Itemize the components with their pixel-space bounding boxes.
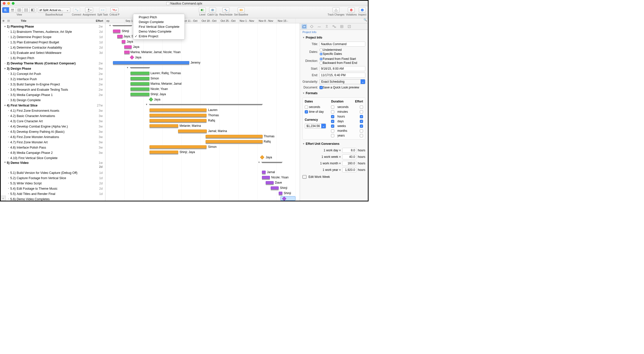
gantt-panel[interactable]: ▼ShinjiJaya; ShinjiJayaJayaMarina; Melan… <box>105 23 300 201</box>
effort-minutes-checkbox[interactable] <box>360 110 363 113</box>
dropdown-item[interactable]: First Vertical Slice Complete <box>133 24 185 29</box>
outline-row[interactable]: •4.1)First Zone Environment Assets3w <box>1 108 105 113</box>
outline-row[interactable]: •5.3)Write Video Script2d <box>1 181 105 186</box>
gantt-task-bar[interactable] <box>206 140 263 143</box>
set-baseline-button[interactable] <box>238 7 245 13</box>
outline-row[interactable]: •3.5)Media Campaign Phase 12w <box>1 92 105 97</box>
baseline-actual-select[interactable]: ⇄Split: Actual vs...⌄ <box>38 7 70 13</box>
direction-backward-radio[interactable]: Backward from Fixed End <box>319 61 357 65</box>
dates-seconds-checkbox[interactable]: seconds <box>305 105 326 109</box>
project-info-header[interactable]: ▼Project Info <box>300 34 368 41</box>
outline-row[interactable]: •5.4)Edit Footage to Theme Music2d <box>1 186 105 191</box>
timeline-week-header[interactable]: Nov 8 - Nov <box>258 18 277 23</box>
work-month-field[interactable] <box>342 161 356 166</box>
timeline-week-header[interactable]: Nov 1 - Nov <box>239 18 258 23</box>
reschedule-button[interactable] <box>222 7 229 13</box>
dropdown-item[interactable]: Project Pitch <box>133 15 185 20</box>
outline-row[interactable]: •5.2)Capture Footage from Vertical Slice… <box>1 175 105 181</box>
gantt-task-bar[interactable] <box>149 124 178 127</box>
outline-row[interactable]: •3.6)Design Complete <box>1 97 105 103</box>
outline-row[interactable]: •4.10)First Vertical Slice Complete <box>1 155 105 161</box>
gantt-milestone[interactable] <box>130 55 134 60</box>
effort-seconds-checkbox[interactable] <box>360 105 363 109</box>
critical-path-dropdown[interactable]: Project PitchDesign CompleteFirst Vertic… <box>133 14 185 40</box>
currency-select[interactable]: $1,234.56⌄ <box>305 124 326 129</box>
dropdown-item[interactable]: Demo Video Complete <box>133 29 185 34</box>
gantt-task-bar[interactable] <box>262 171 266 174</box>
gantt-task-bar[interactable] <box>279 192 282 195</box>
level-button[interactable] <box>199 7 206 13</box>
gantt-task-bar[interactable] <box>206 135 263 138</box>
duration-days-checkbox[interactable] <box>331 120 334 123</box>
outline-row[interactable]: •4.4)Develop Combat Engine (Alpha Ver.)3… <box>1 124 105 129</box>
critical-path-button[interactable]: ▾ <box>110 7 118 13</box>
zoom-window-icon[interactable] <box>12 2 15 5</box>
granularity-select[interactable]: Exact Scheduling⌄ <box>319 79 365 84</box>
minimize-window-icon[interactable] <box>7 2 10 5</box>
direction-forward-radio[interactable]: Forward from Fixed Start <box>319 57 357 61</box>
view-gantt-button[interactable] <box>2 7 9 13</box>
gantt-task-bar[interactable] <box>124 45 132 48</box>
effort-column-header[interactable]: Effort <box>91 19 105 22</box>
outline-panel[interactable]: ▼1)Planning Phase2w•1.1)Brainstorm Theme… <box>1 23 105 201</box>
gantt-task-bar[interactable] <box>113 61 189 64</box>
add-row-button[interactable]: + <box>1 196 6 201</box>
outline-row[interactable]: •1.6)Project Pitch <box>1 55 105 61</box>
timeline-week-header[interactable]: Oct 25 - Oct <box>220 18 239 23</box>
effort-conversions-header[interactable]: ▼Effort Unit Conversions <box>300 141 368 147</box>
gantt-summary-bar[interactable] <box>130 67 149 68</box>
gantt-task-bar[interactable] <box>122 40 125 43</box>
duration-seconds-checkbox[interactable] <box>331 105 334 109</box>
effort-years-checkbox[interactable] <box>360 134 363 137</box>
gantt-task-bar[interactable] <box>271 186 279 189</box>
outline-row[interactable]: •4.5)Develop Enemy Pathing AI (Basic)3w <box>1 129 105 134</box>
duration-months-checkbox[interactable] <box>331 129 334 133</box>
timeline-week-header[interactable]: Oct 18 - Oct <box>201 18 220 23</box>
outline-row[interactable]: •4.6)First Zone Monster Animations3w <box>1 134 105 140</box>
outline-row[interactable]: •3.4)Research and Evaluate Testing Tools… <box>1 87 105 92</box>
catchup-button[interactable] <box>209 7 216 13</box>
quicklook-checkbox[interactable]: Save a Quick Look preview <box>319 86 359 89</box>
violations-button[interactable] <box>348 7 355 13</box>
inspect-button[interactable]: i <box>359 7 366 13</box>
duration-minutes-checkbox[interactable] <box>331 110 334 113</box>
outline-row[interactable]: •4.2)Basic Character Animations3w <box>1 113 105 119</box>
outline-row[interactable]: •4.3)Core Character Art3w <box>1 119 105 124</box>
outline-row[interactable]: •1.4)Determine Contractor Availability2d <box>1 45 105 50</box>
inspector-tab-project[interactable] <box>301 24 307 29</box>
outline-row[interactable]: •1.2)Determine Project Scope1d <box>1 34 105 40</box>
gantt-task-bar[interactable] <box>149 119 207 122</box>
dropdown-item[interactable]: Entire Project <box>133 34 185 39</box>
inspector-tab-milestones[interactable] <box>309 24 314 29</box>
split-task-button[interactable] <box>99 7 106 13</box>
gantt-task-bar[interactable] <box>117 35 123 38</box>
gantt-task-bar[interactable] <box>130 82 149 85</box>
gantt-task-bar[interactable] <box>262 176 270 179</box>
outline-row[interactable]: •3.3)Build Sample In-Engine Project2w <box>1 82 105 87</box>
gantt-task-bar[interactable] <box>149 145 207 148</box>
track-changes-button[interactable] <box>333 7 340 13</box>
dates-timeofday-checkbox[interactable]: time of day <box>305 110 326 113</box>
title-column-header[interactable]: Title <box>11 19 91 22</box>
outline-row[interactable]: •1.1)Brainstorm Themes, Audience, Art St… <box>1 29 105 34</box>
gantt-task-bar[interactable] <box>113 30 120 33</box>
duration-hours-checkbox[interactable] <box>331 115 334 118</box>
search-icon[interactable]: 🔍 <box>363 18 368 23</box>
eye-icon[interactable]: ◉ <box>1 19 6 22</box>
outline-row[interactable]: ▼5)Demo Video1w2d <box>1 161 105 170</box>
timeline-week-header[interactable]: Nov 15 - <box>277 18 296 23</box>
gantt-task-bar[interactable] <box>149 151 178 154</box>
gantt-selected-task[interactable]: Jaya <box>280 196 295 201</box>
inspector-tab-task[interactable] <box>332 24 337 29</box>
outline-row[interactable]: ▼1)Planning Phase2w <box>1 24 105 29</box>
gantt-task-bar[interactable] <box>130 77 149 80</box>
gantt-task-bar[interactable] <box>130 87 149 90</box>
outline-row[interactable]: •5.1)Build Version for Video Capture (De… <box>1 170 105 175</box>
gantt-task-bar[interactable] <box>178 130 207 133</box>
view-network-button[interactable] <box>23 7 29 13</box>
dates-specific-radio[interactable]: Specific Dates <box>319 52 342 56</box>
gantt-task-bar[interactable] <box>130 72 149 75</box>
view-table-button[interactable] <box>16 7 23 13</box>
effort-months-checkbox[interactable] <box>360 129 363 133</box>
note-icon[interactable]: ▤ <box>6 19 11 22</box>
